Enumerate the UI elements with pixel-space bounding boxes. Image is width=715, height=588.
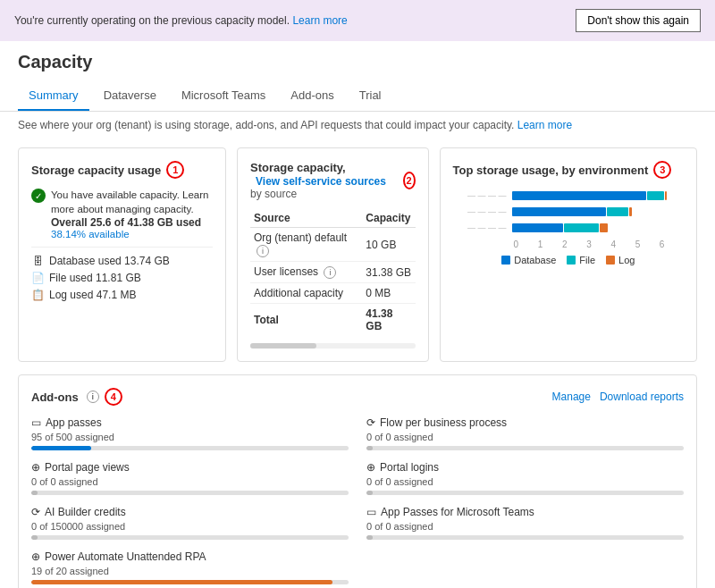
bar-file-1	[647, 191, 664, 200]
main-content: Storage capacity usage 1 ✓ You have avai…	[0, 139, 715, 588]
portal-views-assigned: 0 of 0 assigned	[31, 476, 349, 487]
legend-dot-log	[606, 256, 615, 265]
portal-views-label: Portal page views	[45, 461, 130, 474]
flow-bp-icon: ⟳	[366, 416, 375, 429]
bar-db-2	[512, 207, 607, 216]
page-description: See where your org (tenant) is using sto…	[0, 112, 715, 139]
bar-db-1	[512, 191, 646, 200]
tabs-nav: Summary Dataverse Microsoft Teams Add-on…	[0, 81, 715, 112]
tab-dataverse[interactable]: Dataverse	[93, 81, 167, 111]
log-icon: 📋	[31, 289, 44, 301]
check-icon: ✓	[31, 189, 46, 203]
chart-legend: Database File Log	[453, 255, 684, 265]
portal-views-bar	[31, 491, 349, 495]
addon-flow-per-bp: ⟳ Flow per business process 0 of 0 assig…	[366, 416, 684, 452]
app-passes-label: App passes	[46, 416, 102, 429]
addon-portal-views: ⊕ Portal page views 0 of 0 assigned	[31, 461, 349, 497]
env-label-3: — — — —	[453, 223, 507, 232]
chart-area: — — — — — — — —	[453, 188, 684, 269]
addon-name-app-passes: ▭ App passes	[31, 416, 349, 429]
addons-grid: ▭ App passes 95 of 500 assigned ⟳ Flow p…	[31, 416, 684, 586]
legend-dot-db	[501, 256, 510, 265]
table-row: Org (tenant) default i 10 GB	[250, 228, 416, 262]
db-usage-text: Database used 13.74 GB	[49, 255, 170, 267]
app-passes-teams-assigned: 0 of 0 assigned	[366, 521, 684, 532]
storage-source-card: Storage capacity, View self-service sour…	[237, 147, 429, 362]
addon-name-flow-bp: ⟳ Flow per business process	[366, 416, 684, 429]
axis-5: 5	[635, 239, 660, 249]
pa-unattended-label: Power Automate Unattended RPA	[45, 550, 206, 563]
addon-name-portal-views: ⊕ Portal page views	[31, 461, 349, 474]
manage-link[interactable]: Manage	[552, 391, 591, 403]
view-self-service-link[interactable]: View self-service sources	[256, 175, 386, 188]
divider	[31, 247, 213, 248]
flow-bp-label: Flow per business process	[380, 416, 507, 429]
chart-row-2: — — — —	[453, 207, 684, 216]
portal-views-icon: ⊕	[31, 461, 40, 474]
info-icon[interactable]: i	[324, 266, 336, 279]
addons-actions: Manage Download reports	[552, 391, 684, 403]
banner-text: You're currently operating on the previo…	[14, 14, 348, 27]
addon-name-app-passes-teams: ▭ App Passes for Microsoft Teams	[366, 506, 684, 518]
top-cards-row: Storage capacity usage 1 ✓ You have avai…	[18, 147, 697, 362]
axis-3: 3	[586, 239, 610, 249]
addons-info-icon[interactable]: i	[87, 391, 99, 403]
file-usage-item: 📄 File used 11.81 GB	[31, 272, 213, 284]
addon-name-ai-builder: ⟳ AI Builder credits	[31, 506, 349, 518]
axis-1: 1	[538, 239, 562, 249]
page-title: Capacity	[18, 52, 697, 72]
flow-bp-bar	[366, 446, 684, 450]
app-passes-teams-fill	[366, 535, 373, 540]
addon-portal-logins: ⊕ Portal logins 0 of 0 assigned	[366, 461, 684, 497]
tab-microsoft-teams[interactable]: Microsoft Teams	[171, 81, 276, 111]
tab-add-ons[interactable]: Add-ons	[280, 81, 344, 111]
axis-2: 2	[562, 239, 586, 249]
storage-card-title: Storage capacity usage	[31, 164, 161, 177]
bar-log-2	[629, 207, 633, 216]
axis-6: 6	[660, 239, 684, 249]
app-passes-teams-label: App Passes for Microsoft Teams	[381, 506, 534, 518]
addons-title: Add-ons	[31, 391, 79, 404]
app-passes-bar	[31, 446, 349, 450]
chart-axis: 0 1 2 3 4 5 6	[514, 239, 684, 249]
banner-link[interactable]: Learn more	[292, 14, 347, 27]
source-card-title: Storage capacity, View self-service sour…	[250, 161, 398, 188]
pa-unattended-bar	[31, 580, 349, 584]
portal-logins-icon: ⊕	[366, 461, 375, 474]
file-usage-text: File used 11.81 GB	[49, 272, 141, 284]
storage-card-header: Storage capacity usage 1	[31, 161, 213, 179]
table-scrollbar[interactable]	[250, 343, 416, 349]
capacity-cell: 31.38 GB	[362, 262, 415, 283]
download-reports-link[interactable]: Download reports	[600, 391, 684, 403]
overall-used: Overall 25.6 of 41.38 GB used	[51, 216, 213, 229]
table-row-total: Total 41.38 GB	[250, 304, 416, 337]
source-cell: Additional capacity	[250, 283, 362, 304]
col-source: Source	[250, 209, 362, 228]
info-icon[interactable]: i	[257, 245, 269, 257]
description-link[interactable]: Learn more	[517, 119, 572, 131]
dont-show-again-button[interactable]: Don't show this again	[576, 9, 701, 32]
tab-trial[interactable]: Trial	[349, 81, 392, 111]
source-cell: User licenses i	[250, 262, 362, 283]
chart-row-3: — — — —	[453, 223, 684, 232]
banner-message: You're currently operating on the previo…	[14, 14, 290, 27]
addon-app-passes: ▭ App passes 95 of 500 assigned	[31, 416, 349, 452]
portal-logins-fill	[366, 491, 373, 495]
chart-row-1: — — — —	[453, 191, 684, 200]
tab-summary[interactable]: Summary	[18, 81, 89, 111]
ai-builder-fill	[31, 535, 38, 540]
top-storage-header: Top storage usage, by environment 3	[453, 161, 684, 179]
capacity-cell: 10 GB	[362, 228, 415, 262]
flow-bp-fill	[366, 446, 373, 450]
addons-header: Add-ons i 4 Manage Download reports	[31, 388, 684, 406]
addons-badge: 4	[105, 388, 122, 406]
addon-name-pa-unattended: ⊕ Power Automate Unattended RPA	[31, 550, 349, 563]
file-icon: 📄	[31, 272, 44, 284]
bar-log-3	[600, 223, 609, 232]
capacity-cell: 0 MB	[362, 283, 415, 304]
bar-log-1	[665, 191, 667, 200]
page-header: Capacity	[0, 41, 715, 72]
pa-unattended-assigned: 19 of 20 assigned	[31, 566, 349, 576]
table-row: User licenses i 31.38 GB	[250, 262, 416, 283]
scrollbar-thumb	[250, 343, 316, 349]
